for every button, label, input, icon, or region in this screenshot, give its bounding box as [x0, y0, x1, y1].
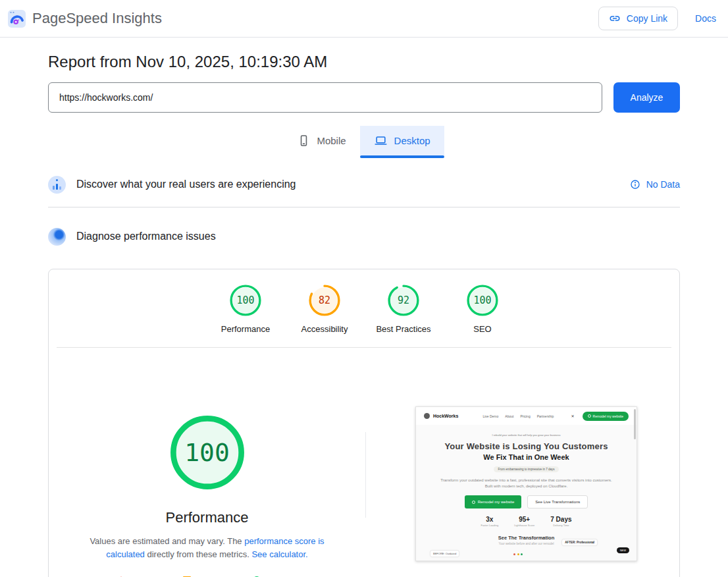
- performance-score-label: Performance: [221, 324, 270, 334]
- url-row: Analyze: [48, 82, 680, 113]
- thumb-new-badge: NEW: [617, 547, 629, 553]
- thumb-secondary-button-label: See Live Transformations: [535, 500, 580, 504]
- info-icon: [630, 179, 640, 190]
- analyze-button[interactable]: Analyze: [613, 82, 680, 113]
- thumb-stat-value: 95+: [514, 516, 534, 523]
- thumb-stat-label: Faster Loading: [481, 524, 498, 527]
- seo-score-value: 100: [466, 284, 499, 317]
- thumb-header-cta-label: Remodel my website: [593, 414, 623, 418]
- score-item-accessibility[interactable]: 82 Accessibility: [285, 284, 364, 334]
- thumb-section-subtitle: Your website before and after our remode…: [416, 542, 637, 545]
- section-divider: [48, 207, 680, 207]
- thumb-nav-item: Partnership: [537, 414, 554, 418]
- app-title: PageSpeed Insights: [32, 10, 162, 27]
- thumb-primary-button-label: Remodel my website: [478, 500, 515, 504]
- lab-data-title: Diagnose performance issues: [76, 231, 216, 242]
- score-item-performance[interactable]: 100 Performance: [206, 284, 285, 334]
- tab-mobile-label: Mobile: [317, 135, 346, 146]
- diagnose-icon: [48, 228, 66, 246]
- thumb-stat-label: Delivery Time: [550, 524, 571, 527]
- thumb-buttons: Remodel my website See Live Transformati…: [416, 495, 637, 508]
- thumb-nav-item: Live Demo: [482, 414, 498, 418]
- thumb-primary-button: Remodel my website: [465, 495, 522, 508]
- thumb-secondary-button: See Live Transformations: [527, 495, 588, 508]
- disclaimer-text-mid: directly from these metrics.: [145, 549, 252, 559]
- thumb-stat: 3x Faster Loading: [481, 516, 498, 527]
- performance-score-gauge: 100: [229, 284, 262, 317]
- thumb-nav-item: About: [505, 414, 513, 418]
- thumb-before-label: BEFORE: Outdated: [430, 551, 459, 557]
- real-users-icon: [48, 176, 66, 194]
- docs-link[interactable]: Docs: [695, 13, 716, 24]
- performance-main-label: Performance: [166, 509, 249, 526]
- report-title: Report from Nov 10, 2025, 10:19:30 AM: [48, 53, 680, 71]
- thumb-section-title: See The Transformation: [416, 535, 637, 541]
- lab-data-row: Diagnose performance issues: [48, 222, 680, 251]
- thumb-nav-item: Pricing: [520, 414, 530, 418]
- thumb-badge: I rebuild your website that will help yo…: [416, 433, 637, 437]
- site-screenshot-thumbnail: HockWorks Live Demo About Pricing Partne…: [415, 406, 637, 561]
- copy-link-button[interactable]: Copy Link: [598, 7, 678, 30]
- mobile-icon: [298, 134, 310, 147]
- whatsapp-icon: [472, 501, 475, 504]
- no-data-label: No Data: [646, 179, 680, 190]
- app-header: PageSpeed Insights Copy Link Docs: [0, 0, 728, 38]
- performance-score-value: 100: [229, 284, 262, 317]
- copy-link-label: Copy Link: [627, 13, 667, 24]
- seo-score-label: SEO: [473, 324, 491, 334]
- thumb-after-label: AFTER: Professional: [562, 539, 597, 545]
- tab-desktop-label: Desktop: [394, 135, 430, 146]
- link-icon: [609, 13, 621, 24]
- accessibility-score-label: Accessibility: [301, 324, 348, 334]
- thumb-stat: 7 Days Delivery Time: [550, 516, 571, 527]
- performance-main-score: 100: [169, 414, 246, 491]
- thumb-hero: I rebuild your website that will help yo…: [416, 425, 637, 561]
- thumb-stat-value: 3x: [481, 516, 498, 523]
- thumb-header-cta: Remodel my website: [583, 412, 629, 421]
- accessibility-score-gauge: 82: [308, 284, 341, 317]
- best-practices-score-label: Best Practices: [376, 324, 430, 334]
- main-content: Report from Nov 10, 2025, 10:19:30 AM An…: [48, 53, 680, 577]
- performance-detail: 100 Performance Values are estimated and…: [49, 348, 679, 577]
- score-item-best-practices[interactable]: 92 Best Practices: [364, 284, 443, 334]
- see-calculator-link[interactable]: See calculator.: [251, 549, 307, 559]
- thumb-stat-label: Lighthouse Score: [514, 524, 534, 527]
- no-data-status[interactable]: No Data: [630, 179, 680, 190]
- seo-score-gauge: 100: [466, 284, 499, 317]
- disclaimer-text: Values are estimated and may vary. The: [90, 536, 244, 546]
- thumb-stat-value: 7 Days: [550, 516, 571, 523]
- thumb-stat: 95+ Lighthouse Score: [514, 516, 534, 527]
- tab-desktop[interactable]: Desktop: [360, 126, 444, 155]
- thumb-site-logo-icon: [424, 413, 430, 419]
- screenshot-column: HockWorks Live Demo About Pricing Partne…: [366, 348, 679, 577]
- results-card: 100 Performance 82 Accessibility: [48, 269, 680, 577]
- thumb-close-icon: ✕: [571, 414, 575, 418]
- thumb-browser-dots: [513, 553, 523, 555]
- thumb-heading: Your Website is Losing You Customers: [416, 441, 637, 451]
- best-practices-score-value: 92: [387, 284, 420, 317]
- thumb-site-nav: Live Demo About Pricing Partnership: [482, 414, 554, 418]
- appbar-actions: Copy Link Docs: [598, 7, 716, 30]
- score-item-seo[interactable]: 100 SEO: [443, 284, 522, 334]
- accessibility-score-value: 82: [308, 284, 341, 317]
- thumb-site-brand: HockWorks: [433, 414, 458, 418]
- best-practices-score-gauge: 92: [387, 284, 420, 317]
- thumb-scrollbar: [634, 409, 636, 439]
- performance-main-gauge: 100: [169, 414, 246, 491]
- pagespeed-logo-icon: [8, 10, 26, 28]
- field-data-row: Discover what your real users are experi…: [48, 170, 680, 199]
- thumb-site-header: HockWorks Live Demo About Pricing Partne…: [416, 407, 637, 425]
- performance-gauge-column: 100 Performance Values are estimated and…: [49, 348, 365, 577]
- thumb-stats: 3x Faster Loading 95+ Lighthouse Score 7…: [416, 516, 637, 527]
- desktop-icon: [374, 134, 388, 147]
- score-strip: 100 Performance 82 Accessibility: [49, 269, 679, 347]
- thumb-badge-2: From embarrassing to impressive in 7 day…: [494, 466, 558, 472]
- device-tabs: Mobile Desktop: [48, 126, 680, 155]
- thumb-subheading: We Fix That in One Week: [416, 453, 637, 461]
- url-input[interactable]: [48, 82, 602, 113]
- field-data-title: Discover what your real users are experi…: [76, 179, 296, 190]
- tab-mobile[interactable]: Mobile: [284, 126, 359, 155]
- thumb-description: Transform your outdated website into a f…: [440, 478, 613, 489]
- whatsapp-icon: [588, 414, 591, 418]
- score-disclaimer: Values are estimated and may vary. The p…: [81, 535, 334, 561]
